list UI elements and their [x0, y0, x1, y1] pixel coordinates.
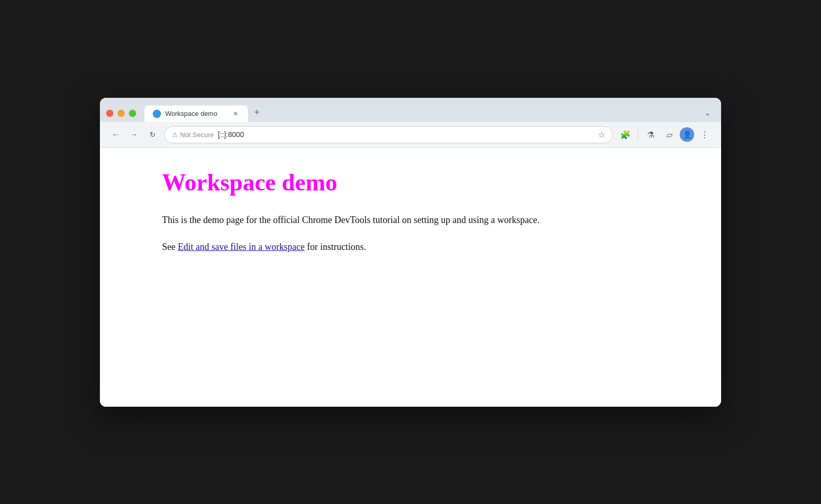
link-prefix: See	[162, 242, 178, 252]
extensions-icon: 🧩	[620, 130, 631, 140]
nav-icons-group: 🧩 ⚗ ▱ 👤 ⋮	[617, 126, 713, 143]
sidebar-button[interactable]: ▱	[661, 126, 678, 143]
nav-divider	[638, 129, 638, 140]
sidebar-icon: ▱	[666, 130, 672, 140]
tab-bar: 🌐 Workspace demo ✕ + ⌄	[100, 98, 721, 122]
labs-button[interactable]: ⚗	[642, 126, 659, 143]
reload-icon: ↻	[150, 130, 156, 139]
page-heading: Workspace demo	[162, 169, 700, 196]
labs-icon: ⚗	[647, 130, 654, 140]
address-bar[interactable]: ⚠ Not Secure [::]:8000 ☆	[164, 126, 613, 143]
tab-title: Workspace demo	[165, 110, 227, 117]
tab-close-button[interactable]: ✕	[231, 110, 240, 118]
nav-bar: ← → ↻ ⚠ Not Secure [::]:8000 ☆ 🧩 ⚗ ▱	[100, 122, 721, 148]
page-link-line: See Edit and save files in a workspace f…	[162, 240, 700, 255]
tab-dropdown-button[interactable]: ⌄	[700, 105, 715, 122]
traffic-light-maximize[interactable]	[129, 110, 136, 117]
workspace-link[interactable]: Edit and save files in a workspace	[178, 242, 305, 252]
traffic-lights	[106, 110, 136, 122]
tab-favicon-icon: 🌐	[153, 110, 161, 118]
browser-window: 🌐 Workspace demo ✕ + ⌄ ← → ↻ ⚠ Not Secur…	[100, 98, 721, 407]
extensions-button[interactable]: 🧩	[617, 126, 634, 143]
new-tab-button[interactable]: +	[248, 103, 266, 122]
chevron-down-icon: ⌄	[705, 109, 711, 117]
bookmark-star-icon[interactable]: ☆	[598, 130, 605, 140]
page-content: Workspace demo This is the demo page for…	[100, 148, 721, 407]
back-icon: ←	[112, 130, 119, 139]
forward-button[interactable]: →	[127, 127, 141, 142]
reload-button[interactable]: ↻	[145, 127, 160, 142]
traffic-light-minimize[interactable]	[118, 110, 125, 117]
not-secure-label: Not Secure	[180, 131, 214, 139]
back-button[interactable]: ←	[108, 127, 123, 142]
link-suffix: for instructions.	[304, 242, 366, 252]
profile-avatar-icon: 👤	[683, 130, 692, 139]
more-menu-button[interactable]: ⋮	[696, 126, 713, 143]
active-tab[interactable]: 🌐 Workspace demo ✕	[144, 106, 248, 122]
traffic-light-close[interactable]	[106, 110, 113, 117]
forward-icon: →	[130, 130, 138, 139]
profile-button[interactable]: 👤	[680, 127, 694, 142]
more-icon: ⋮	[700, 130, 709, 140]
address-text: [::]:8000	[218, 130, 594, 139]
page-body-text: This is the demo page for the official C…	[162, 213, 700, 228]
not-secure-indicator: ⚠ Not Secure	[172, 131, 214, 139]
warning-icon: ⚠	[172, 131, 178, 139]
